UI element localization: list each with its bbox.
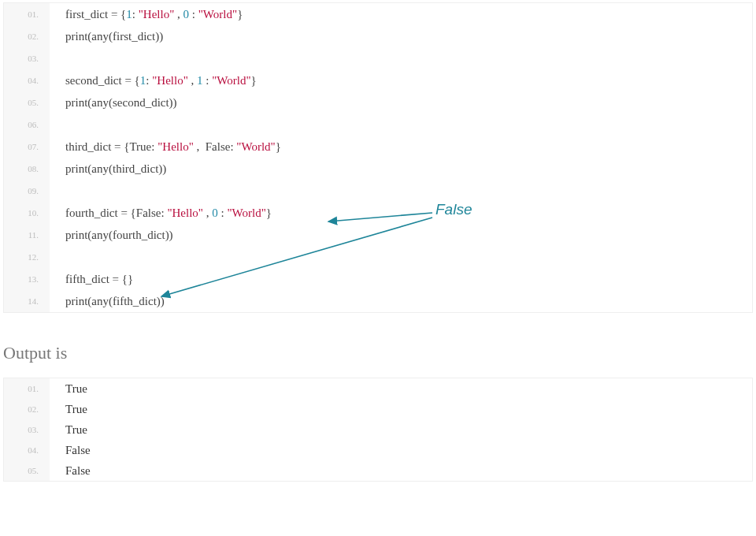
line-number: 08. <box>4 158 50 180</box>
code-content: print(any(fifth_dict)) <box>50 290 165 312</box>
code-token: : <box>189 8 198 20</box>
code-line: 12. <box>4 246 752 268</box>
output-block: 01.True02.True03.True04.False05.False <box>3 378 753 482</box>
code-token: first_dict = { <box>65 8 126 20</box>
code-line: 03. <box>4 47 752 69</box>
line-number: 07. <box>4 136 50 158</box>
code-token: 0 <box>183 8 190 20</box>
output-line: 04.False <box>4 440 752 460</box>
output-text: False <box>50 460 91 481</box>
output-line: 05.False <box>4 460 752 481</box>
code-token: 0 <box>212 207 218 219</box>
code-line: 11.print(any(fourth_dict)) <box>4 224 752 246</box>
code-content: fifth_dict = {} <box>50 268 133 290</box>
code-line: 01.first_dict = {1: "Hello" , 0 : "World… <box>4 3 752 25</box>
code-content: fourth_dict = {False: "Hello" , 0 : "Wor… <box>50 202 272 224</box>
code-token: "Hello" <box>139 8 175 20</box>
code-block: 01.first_dict = {1: "Hello" , 0 : "World… <box>3 2 753 313</box>
code-content: print(any(third_dict)) <box>50 158 166 180</box>
line-number: 04. <box>4 440 50 460</box>
code-token: } <box>266 207 272 219</box>
code-line: 13.fifth_dict = {} <box>4 268 752 290</box>
line-number: 02. <box>4 25 50 47</box>
code-content: print(any(second_dict)) <box>50 91 177 114</box>
output-line: 03.True <box>4 419 752 440</box>
code-line: 09. <box>4 180 752 202</box>
code-token: "World" <box>212 74 250 87</box>
code-content: print(any(first_dict)) <box>50 25 163 47</box>
code-content: third_dict = {True: "Hello" , False: "Wo… <box>50 136 281 158</box>
code-token: fifth_dict = {} <box>65 273 133 285</box>
code-token: "World" <box>227 207 265 219</box>
code-line: 08.print(any(third_dict)) <box>4 158 752 180</box>
line-number: 11. <box>4 224 50 246</box>
code-token: } <box>276 140 281 153</box>
code-line: 05.print(any(second_dict)) <box>4 91 752 114</box>
output-heading: Output is <box>3 343 756 363</box>
code-token: } <box>237 8 243 20</box>
code-token: "Hello" <box>152 74 188 87</box>
line-number: 12. <box>4 246 50 268</box>
code-line: 02.print(any(first_dict)) <box>4 25 752 47</box>
line-number: 01. <box>4 3 50 25</box>
line-number: 10. <box>4 202 50 224</box>
code-token: "World" <box>236 140 275 153</box>
code-token: 1 <box>197 74 203 87</box>
output-text: False <box>50 440 91 460</box>
code-content: first_dict = {1: "Hello" , 0 : "World"} <box>50 3 243 25</box>
code-line: 07.third_dict = {True: "Hello" , False: … <box>4 136 752 158</box>
code-token: "Hello" <box>167 207 203 219</box>
code-content: print(any(fourth_dict)) <box>50 224 173 246</box>
code-token: , <box>188 74 197 87</box>
line-number: 02. <box>4 399 50 419</box>
line-number: 06. <box>4 114 50 136</box>
output-line: 01.True <box>4 378 752 399</box>
code-content: second_dict = {1: "Hello" , 1 : "World"} <box>50 69 257 91</box>
line-number: 01. <box>4 378 50 399</box>
line-number: 03. <box>4 419 50 440</box>
code-token: } <box>251 74 257 87</box>
code-token: , <box>174 8 183 20</box>
code-token: "Hello" <box>158 140 194 153</box>
output-text: True <box>50 399 87 419</box>
output-text: True <box>50 419 87 440</box>
code-token: print(any(third_dict)) <box>65 162 166 175</box>
annotation-label: False <box>435 201 472 218</box>
code-line: 14.print(any(fifth_dict)) <box>4 290 752 312</box>
line-number: 04. <box>4 69 50 91</box>
line-number: 03. <box>4 47 50 69</box>
line-number: 13. <box>4 268 50 290</box>
line-number: 05. <box>4 91 50 114</box>
code-token: fourth_dict = {False: <box>65 207 167 219</box>
line-number: 14. <box>4 290 50 312</box>
code-token: print(any(fifth_dict)) <box>65 295 165 307</box>
output-text: True <box>50 378 87 399</box>
code-token: , <box>203 207 212 219</box>
code-line: 06. <box>4 114 752 136</box>
code-token: print(any(first_dict)) <box>65 30 163 43</box>
code-token: : <box>132 8 139 20</box>
code-line: 10.fourth_dict = {False: "Hello" , 0 : "… <box>4 202 752 224</box>
code-token: third_dict = {True: <box>65 140 158 153</box>
code-token: 1 <box>126 8 132 20</box>
code-token: , False: <box>194 140 237 153</box>
line-number: 05. <box>4 460 50 481</box>
output-line: 02.True <box>4 399 752 419</box>
code-token: print(any(fourth_dict)) <box>65 229 173 241</box>
code-token: : <box>218 207 228 219</box>
code-token: second_dict = { <box>65 74 140 87</box>
code-line: 04.second_dict = {1: "Hello" , 1 : "Worl… <box>4 69 752 91</box>
code-token: : <box>203 74 213 87</box>
code-token: print(any(second_dict)) <box>65 96 177 109</box>
code-token: "World" <box>198 8 237 20</box>
line-number: 09. <box>4 180 50 202</box>
